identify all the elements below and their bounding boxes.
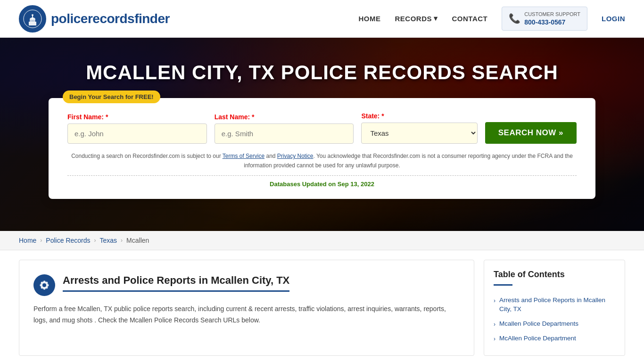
nav-home[interactable]: HOME (358, 15, 380, 23)
logo-area[interactable]: policerecordsfinder (19, 5, 170, 33)
breadcrumb-police-records[interactable]: Police Records (46, 237, 90, 244)
breadcrumb-city: Mcallen (126, 237, 149, 244)
logo-icon (19, 5, 46, 33)
hero-title: MCALLEN CITY, TX POLICE RECORDS SEARCH (76, 61, 568, 84)
toc-item[interactable]: ›Arrests and Police Reports in Mcallen C… (494, 293, 615, 317)
privacy-notice-link[interactable]: Privacy Notice (277, 153, 314, 159)
chevron-down-icon: ▾ (434, 14, 438, 23)
first-name-group: First Name: * (67, 113, 207, 144)
support-phone: 800-433-0567 (524, 18, 580, 26)
svg-rect-10 (35, 20, 36, 22)
last-name-group: Last Name: * (215, 113, 354, 144)
first-name-label: First Name: * (67, 113, 207, 121)
search-card: Begin Your Search for FREE! First Name: … (49, 98, 595, 199)
chevron-right-icon: › (494, 335, 495, 343)
state-label: State: * (361, 112, 477, 120)
search-form: First Name: * Last Name: * State: * Texa… (67, 112, 577, 144)
free-search-badge: Begin Your Search for FREE! (63, 90, 160, 103)
state-select[interactable]: Texas Alabama Alaska California Florida … (361, 123, 477, 144)
customer-support-box[interactable]: 📞 CUSTOMER SUPPORT 800-433-0567 (502, 7, 587, 30)
search-now-button[interactable]: SEARCH NOW » (485, 122, 577, 144)
svg-rect-7 (31, 20, 32, 22)
svg-rect-1 (29, 22, 36, 25)
breadcrumb-state[interactable]: Texas (100, 237, 117, 244)
table-of-contents: Table of Contents ›Arrests and Police Re… (484, 260, 625, 356)
first-name-input[interactable] (67, 123, 207, 144)
svg-point-12 (42, 283, 46, 287)
last-name-label: Last Name: * (215, 113, 354, 121)
breadcrumb: Home › Police Records › Texas › Mcallen (0, 231, 644, 250)
logo-text-normal: policerecords (51, 11, 134, 26)
article-title-area: Arrests and Police Reports in Mcallen Ci… (63, 274, 289, 292)
sidebar: Table of Contents ›Arrests and Police Re… (484, 260, 625, 356)
toc-divider (494, 284, 512, 286)
breadcrumb-home[interactable]: Home (19, 237, 36, 244)
phone-icon: 📞 (509, 13, 520, 24)
nav-records[interactable]: RECORDS ▾ (395, 14, 438, 23)
main-content: Arrests and Police Reports in Mcallen Ci… (0, 260, 644, 356)
main-nav: HOME RECORDS ▾ CONTACT 📞 CUSTOMER SUPPOR… (358, 7, 625, 30)
logo-text-bold: finder (134, 11, 170, 26)
toc-item[interactable]: ›McAllen Police Department (494, 331, 615, 346)
toc-items: ›Arrests and Police Reports in Mcallen C… (494, 293, 615, 346)
db-update-notice: Databases Updated on Sep 13, 2022 (67, 175, 577, 188)
badge-icon (33, 274, 55, 296)
chevron-right-icon: › (494, 297, 495, 305)
state-group: State: * Texas Alabama Alaska California… (361, 112, 477, 144)
svg-rect-9 (33, 20, 34, 22)
breadcrumb-sep-1: › (40, 237, 42, 244)
breadcrumb-sep-3: › (121, 237, 123, 244)
article-header: Arrests and Police Reports in Mcallen Ci… (33, 274, 460, 296)
svg-point-5 (32, 14, 33, 16)
support-label: CUSTOMER SUPPORT (524, 11, 580, 17)
chevron-right-icon: › (494, 321, 495, 329)
svg-rect-8 (32, 20, 33, 22)
terms-of-service-link[interactable]: Terms of Service (223, 153, 264, 159)
article-body: Perform a free Mcallen, TX public police… (33, 304, 460, 326)
toc-item[interactable]: ›Mcallen Police Departments (494, 317, 615, 331)
support-text: CUSTOMER SUPPORT 800-433-0567 (524, 11, 580, 26)
site-header: policerecordsfinder HOME RECORDS ▾ CONTA… (0, 0, 644, 38)
nav-contact[interactable]: CONTACT (452, 15, 488, 23)
article-section: Arrests and Police Reports in Mcallen Ci… (19, 260, 474, 356)
article-title: Arrests and Police Reports in Mcallen Ci… (63, 274, 289, 292)
breadcrumb-sep-2: › (94, 237, 96, 244)
nav-records-label: RECORDS (395, 15, 432, 23)
toc-title: Table of Contents (494, 270, 615, 280)
logo-text: policerecordsfinder (51, 11, 170, 26)
svg-rect-6 (29, 20, 30, 22)
login-button[interactable]: LOGIN (602, 15, 625, 23)
last-name-input[interactable] (215, 123, 354, 144)
disclaimer-text: Conducting a search on Recordsfinder.com… (67, 151, 577, 171)
hero-section: MCALLEN CITY, TX POLICE RECORDS SEARCH B… (0, 38, 644, 231)
